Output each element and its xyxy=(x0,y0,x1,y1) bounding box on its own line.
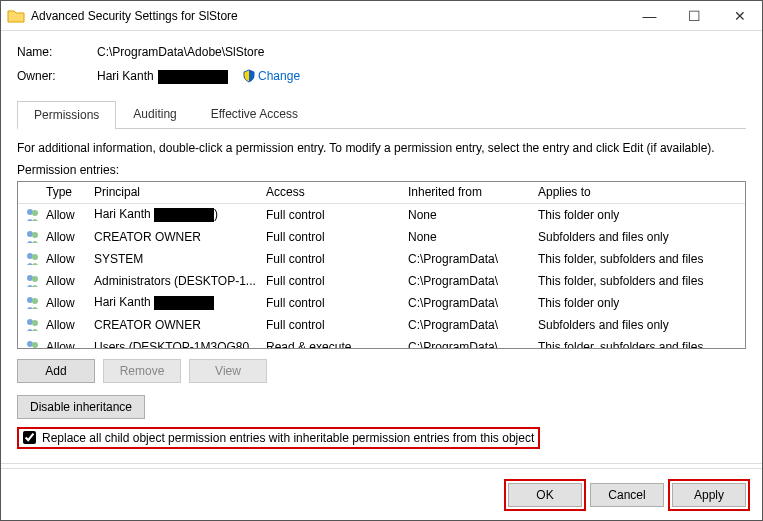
principal-icon xyxy=(22,339,44,349)
cell-applies: This folder, subfolders and files xyxy=(536,340,745,349)
cell-type: Allow xyxy=(44,274,92,288)
tab-effective-access[interactable]: Effective Access xyxy=(194,100,315,129)
entries-label: Permission entries: xyxy=(17,163,746,177)
principal-icon xyxy=(22,251,44,267)
titlebar: Advanced Security Settings for SlStore —… xyxy=(1,1,762,31)
cell-access: Read & execute xyxy=(264,340,406,349)
name-row: Name: C:\ProgramData\Adobe\SlStore xyxy=(17,45,746,59)
cell-principal: Hari Kanth xyxy=(92,295,264,310)
owner-value: Hari Kanth xyxy=(97,69,228,84)
cell-inherited: C:\ProgramData\ xyxy=(406,340,536,349)
change-owner-link[interactable]: Change xyxy=(258,69,300,83)
cell-type: Allow xyxy=(44,252,92,266)
cell-applies: This folder only xyxy=(536,208,745,222)
svg-point-5 xyxy=(32,254,38,260)
cell-type: Allow xyxy=(44,208,92,222)
replace-child-label: Replace all child object permission entr… xyxy=(42,431,534,445)
svg-point-4 xyxy=(27,253,33,259)
cancel-button[interactable]: Cancel xyxy=(590,483,664,507)
column-applies[interactable]: Applies to xyxy=(536,185,745,199)
svg-point-12 xyxy=(27,341,33,347)
principal-icon xyxy=(22,295,44,311)
table-row[interactable]: AllowCREATOR OWNERFull controlC:\Program… xyxy=(18,314,745,336)
principal-icon xyxy=(22,207,44,223)
principal-icon xyxy=(22,273,44,289)
info-text: For additional information, double-click… xyxy=(17,141,746,155)
separator xyxy=(1,463,762,464)
column-access[interactable]: Access xyxy=(264,185,406,199)
svg-point-3 xyxy=(32,232,38,238)
dialog-footer: OK Cancel Apply xyxy=(1,468,762,520)
column-principal[interactable]: Principal xyxy=(92,185,264,199)
svg-point-0 xyxy=(27,209,33,215)
shield-icon xyxy=(242,69,256,83)
permission-grid[interactable]: Type Principal Access Inherited from App… xyxy=(17,181,746,349)
name-label: Name: xyxy=(17,45,97,59)
svg-point-2 xyxy=(27,231,33,237)
redacted-text xyxy=(158,70,228,84)
cell-inherited: None xyxy=(406,208,536,222)
cell-principal: CREATOR OWNER xyxy=(92,230,264,244)
cell-access: Full control xyxy=(264,318,406,332)
ok-button[interactable]: OK xyxy=(508,483,582,507)
cell-access: Full control xyxy=(264,208,406,222)
principal-icon xyxy=(22,229,44,245)
replace-child-checkbox[interactable] xyxy=(23,431,36,444)
cell-applies: Subfolders and files only xyxy=(536,318,745,332)
svg-point-9 xyxy=(32,298,38,304)
column-type[interactable]: Type xyxy=(44,185,92,199)
folder-icon xyxy=(7,7,25,25)
cell-type: Allow xyxy=(44,340,92,349)
cell-inherited: C:\ProgramData\ xyxy=(406,296,536,310)
principal-icon xyxy=(22,317,44,333)
cell-inherited: None xyxy=(406,230,536,244)
table-row[interactable]: AllowUsers (DESKTOP-1M3OG80\U...Read & e… xyxy=(18,336,745,349)
svg-point-6 xyxy=(27,275,33,281)
tab-strip: Permissions Auditing Effective Access xyxy=(17,100,746,129)
cell-inherited: C:\ProgramData\ xyxy=(406,274,536,288)
cell-principal: Users (DESKTOP-1M3OG80\U... xyxy=(92,340,264,349)
entry-buttons: Add Remove View xyxy=(17,359,746,383)
disable-inheritance-button[interactable]: Disable inheritance xyxy=(17,395,145,419)
replace-child-checkbox-row[interactable]: Replace all child object permission entr… xyxy=(17,427,540,449)
tab-underline xyxy=(17,128,746,129)
cell-applies: This folder only xyxy=(536,296,745,310)
svg-point-13 xyxy=(32,342,38,348)
view-button: View xyxy=(189,359,267,383)
cell-access: Full control xyxy=(264,252,406,266)
table-row[interactable]: AllowHari Kanth )Full controlNoneThis fo… xyxy=(18,204,745,226)
tab-permissions[interactable]: Permissions xyxy=(17,101,116,130)
svg-point-10 xyxy=(27,319,33,325)
cell-access: Full control xyxy=(264,274,406,288)
table-row[interactable]: AllowAdministrators (DESKTOP-1...Full co… xyxy=(18,270,745,292)
content-area: Name: C:\ProgramData\Adobe\SlStore Owner… xyxy=(1,31,762,468)
column-inherited[interactable]: Inherited from xyxy=(406,185,536,199)
apply-button[interactable]: Apply xyxy=(672,483,746,507)
add-button[interactable]: Add xyxy=(17,359,95,383)
maximize-button[interactable]: ☐ xyxy=(672,1,717,30)
cell-principal: Administrators (DESKTOP-1... xyxy=(92,274,264,288)
cell-inherited: C:\ProgramData\ xyxy=(406,318,536,332)
cell-principal: SYSTEM xyxy=(92,252,264,266)
cell-applies: This folder, subfolders and files xyxy=(536,274,745,288)
svg-point-8 xyxy=(27,297,33,303)
tab-auditing[interactable]: Auditing xyxy=(116,100,193,129)
svg-point-7 xyxy=(32,276,38,282)
cell-access: Full control xyxy=(264,296,406,310)
cell-applies: This folder, subfolders and files xyxy=(536,252,745,266)
close-button[interactable]: ✕ xyxy=(717,1,762,30)
owner-row: Owner: Hari Kanth Change xyxy=(17,69,746,84)
cell-applies: Subfolders and files only xyxy=(536,230,745,244)
remove-button: Remove xyxy=(103,359,181,383)
cell-inherited: C:\ProgramData\ xyxy=(406,252,536,266)
table-row[interactable]: AllowHari Kanth Full controlC:\ProgramDa… xyxy=(18,292,745,314)
name-value: C:\ProgramData\Adobe\SlStore xyxy=(97,45,264,59)
minimize-button[interactable]: — xyxy=(627,1,672,30)
window-title: Advanced Security Settings for SlStore xyxy=(31,9,627,23)
table-row[interactable]: AllowSYSTEMFull controlC:\ProgramData\Th… xyxy=(18,248,745,270)
cell-type: Allow xyxy=(44,318,92,332)
table-row[interactable]: AllowCREATOR OWNERFull controlNoneSubfol… xyxy=(18,226,745,248)
cell-principal: CREATOR OWNER xyxy=(92,318,264,332)
advanced-security-window: Advanced Security Settings for SlStore —… xyxy=(0,0,763,521)
cell-principal: Hari Kanth ) xyxy=(92,207,264,222)
